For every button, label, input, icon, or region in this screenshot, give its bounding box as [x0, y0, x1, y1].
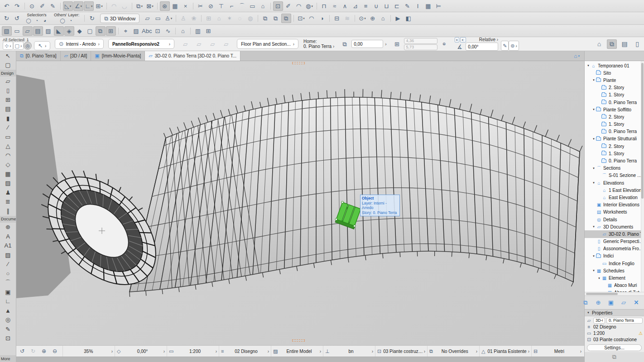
tree-item[interactable]: ▭ Indice Foglio [585, 260, 644, 267]
label-tool[interactable]: A1 [0, 241, 16, 251]
column-tool[interactable]: ▮ [0, 114, 16, 123]
tree-item[interactable]: ⌒ S-01 Sezione Edif [585, 172, 644, 179]
grid-snap-icon[interactable]: ⊞▾ [94, 1, 104, 11]
tree-item[interactable]: 1. Story [585, 150, 644, 157]
profile-icon[interactable]: ∧ [340, 1, 350, 11]
toolbox-more[interactable]: More [0, 355, 16, 362]
project-chooser[interactable]: ⌂▾ [569, 51, 584, 61]
ibeam-icon[interactable]: I [413, 1, 423, 11]
expander-icon[interactable]: ▼ [591, 108, 596, 111]
drag-view-icon[interactable]: ↻ [2, 14, 12, 23]
railing-tool[interactable]: ∥ [0, 206, 16, 216]
snap-guides-icon[interactable]: ∠▾ [73, 1, 83, 11]
cube-icon[interactable]: ▱ [221, 39, 231, 49]
autogroup-icon[interactable]: ◡ [120, 1, 130, 11]
stair-rule-icon[interactable]: ⊨ [434, 1, 444, 11]
corner-window-icon[interactable]: ⊏ [392, 1, 402, 11]
adjust-icon[interactable]: ⊘ [206, 1, 216, 11]
expander-icon[interactable]: ▼ [591, 167, 596, 170]
empty-fill-icon[interactable]: ▭ [12, 26, 22, 36]
angle-input[interactable] [466, 43, 498, 51]
tree-item[interactable]: ▼ Piante Soffitto [585, 106, 644, 113]
corner-hatch-icon[interactable]: ◣ [54, 26, 64, 36]
curtain-wall-tool[interactable]: ▤ [0, 105, 16, 114]
expander-icon[interactable]: ▼ [591, 181, 596, 184]
duplicate-view-icon[interactable]: ⧉ [281, 14, 291, 23]
schedule-grid-icon[interactable]: ▦ [423, 1, 433, 11]
grow-icon[interactable]: ⊤ [216, 1, 226, 11]
window-tool[interactable]: ⊞ [0, 95, 16, 105]
tree-item[interactable]: ▼ ⌂ Temporaneo 01 [585, 62, 644, 69]
solid-operations-icon[interactable]: ◍▾ [304, 1, 314, 11]
expander-icon[interactable]: ▼ [591, 255, 596, 257]
lock-icon[interactable]: ⊠▾ [145, 1, 155, 11]
element-check-button[interactable]: ✎ [501, 41, 509, 51]
elevation-tool[interactable]: ▲ [0, 306, 16, 315]
beam-tool[interactable]: ∕ [0, 123, 16, 133]
mesh-tool[interactable]: ▦ [0, 169, 16, 179]
shell-edit-icon[interactable]: ◠ [294, 1, 304, 11]
camera-tool[interactable]: ⊡ [0, 334, 16, 343]
tree-item[interactable]: 0. Piano Terra [585, 128, 644, 135]
camera-add-icon[interactable]: ⊕ [368, 14, 378, 23]
tree-item[interactable]: ▯ Assonometria Fronta [585, 245, 644, 252]
cube-icon[interactable]: ▱ [207, 39, 217, 49]
terrain-icon[interactable]: ≈ [330, 1, 340, 11]
selection-ellipse-icon[interactable]: ◯ [25, 18, 32, 24]
explode-icon[interactable]: × [181, 1, 191, 11]
tree-vertical-scrollbar[interactable] [641, 61, 644, 292]
new-folder-icon[interactable]: ⧉ [581, 298, 591, 307]
axonometry-icon[interactable]: ▭ [153, 14, 163, 23]
overlap-icon[interactable]: ⧉ [96, 26, 106, 36]
shell-tool[interactable]: ◠ [0, 151, 16, 160]
active-tool-selector[interactable]: ↖› [34, 41, 50, 50]
tree-item[interactable]: ▯ Generic Perspective [585, 238, 644, 245]
mesh-lines-icon[interactable]: ≡ [361, 1, 371, 11]
selection-drop1-icon[interactable]: ◔ [34, 18, 40, 24]
tree-item[interactable]: ▤ Worksheets [585, 209, 644, 216]
zone-tool[interactable]: ▨ [0, 179, 16, 188]
wall-end-icon[interactable]: ⊓ [319, 1, 329, 11]
expander-icon[interactable]: ▼ [586, 64, 591, 67]
elevation-input[interactable] [351, 40, 383, 48]
slab-tool[interactable]: ▭ [0, 132, 16, 142]
intersect-icon[interactable]: ⌐ [227, 1, 237, 11]
ghost-icon[interactable]: ◍ [245, 14, 255, 23]
spray-icon[interactable]: ≋ [342, 14, 352, 23]
organizer-icon[interactable]: ▤ [620, 39, 630, 49]
expander-icon[interactable]: ▼ [591, 225, 596, 228]
object-tool[interactable]: ♟ [0, 188, 16, 197]
tree-item[interactable]: ▼ Indici [585, 252, 644, 260]
tree-item[interactable]: ▣ Interior Elevations [585, 201, 644, 209]
xr-toggle[interactable]: x: [460, 37, 466, 43]
copy-view-icon[interactable]: ⧉ [260, 14, 270, 23]
settings-button[interactable]: Settings... [587, 344, 642, 351]
light-icon[interactable]: ✶ [225, 14, 235, 23]
diamond-icon[interactable]: ◆ [75, 26, 85, 36]
marquee-fill-icon[interactable]: ▢ [85, 26, 95, 36]
suspend-groups-icon[interactable]: ◠ [109, 1, 119, 11]
orbit-view-icon[interactable]: ↺ [12, 14, 22, 23]
view-id-field[interactable] [593, 318, 605, 324]
expander-icon[interactable]: ▼ [597, 277, 601, 280]
dimension-tool[interactable]: ⊕ [0, 223, 16, 232]
morph-tool[interactable]: ◇ [0, 160, 16, 170]
section-tool[interactable]: ∟ [0, 297, 16, 306]
pen-icon[interactable]: ✎ [48, 1, 58, 11]
roof-tool[interactable]: △ [0, 142, 16, 151]
redo-icon[interactable]: ↷ [12, 1, 22, 11]
tree-item[interactable]: ▱ 3D-02 0. Piano T [585, 230, 644, 238]
tree-item[interactable]: ▼ ▦ Element [585, 274, 644, 281]
tree-item[interactable]: ⌂ 1 East Elevation [585, 186, 644, 194]
pick-up-parameters-icon[interactable]: ⊙ [27, 1, 37, 11]
vr-box-icon[interactable]: ⊞ [204, 14, 214, 23]
set-square-icon[interactable]: ◺▾ [63, 1, 73, 11]
expander-icon[interactable]: ▼ [591, 79, 596, 81]
tree-item[interactable]: ◎ Details [585, 216, 644, 223]
layer-combination[interactable]: ⊡03 Piante costruzione› [375, 346, 427, 357]
others-drop-icon[interactable]: ◔ [67, 18, 74, 24]
trim-icon[interactable]: ▭ [248, 1, 258, 11]
circle-tool[interactable]: ○ [0, 269, 16, 278]
tree-item[interactable]: 2. Story [585, 84, 644, 91]
layer-settings-icon[interactable]: ⧉▾ [135, 1, 144, 11]
